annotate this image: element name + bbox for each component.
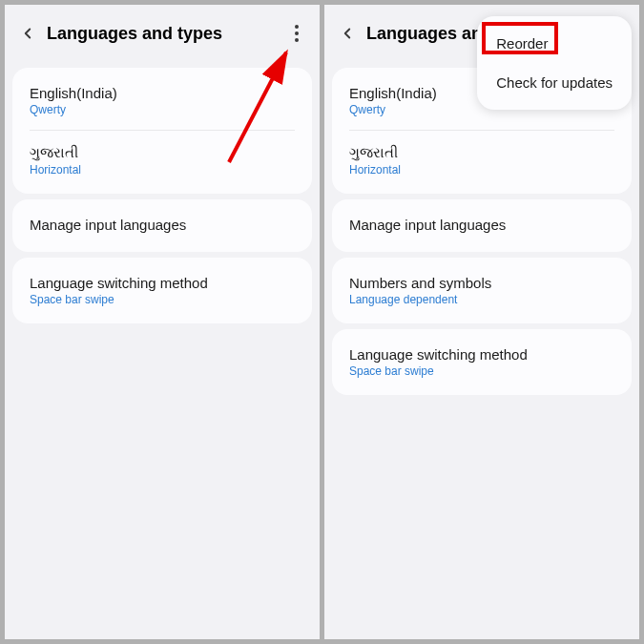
languages-card: English(India) Qwerty ગુજરાતી Horizontal [12,68,312,194]
numbers-symbols-card: Numbers and symbols Language dependent [332,258,632,323]
language-layout: Horizontal [349,163,614,177]
switching-method-title: Language switching method [349,346,614,363]
switching-method-item[interactable]: Language switching method Space bar swip… [12,261,312,320]
language-name: ગુજરાતી [30,144,295,161]
language-name: ગુજરાતી [349,144,614,161]
language-name: English(India) [30,85,295,101]
header: Languages and types [5,5,320,62]
manage-languages-label: Manage input languages [349,217,614,233]
language-item-english[interactable]: English(India) Qwerty [12,72,312,130]
language-layout: Qwerty [30,103,295,116]
reorder-option[interactable]: Reorder [477,24,632,63]
language-layout: Horizontal [30,163,295,177]
numbers-symbols-title: Numbers and symbols [349,275,614,291]
back-icon[interactable] [338,24,357,43]
manage-languages-card: Manage input languages [12,199,312,252]
switching-method-card: Language switching method Space bar swip… [332,329,632,395]
switching-method-card: Language switching method Space bar swip… [12,258,312,323]
screen-right: Languages and types English(India) Qwert… [324,5,639,639]
numbers-symbols-item[interactable]: Numbers and symbols Language dependent [332,261,632,320]
manage-languages-item[interactable]: Manage input languages [332,203,632,248]
switching-method-item[interactable]: Language switching method Space bar swip… [332,333,632,391]
screen-left: Languages and types English(India) Qwert… [5,5,320,639]
manage-languages-card: Manage input languages [332,199,632,252]
manage-languages-item[interactable]: Manage input languages [12,203,312,248]
back-icon[interactable] [18,24,37,43]
switching-method-title: Language switching method [30,275,295,291]
options-popup: Reorder Check for updates [477,16,632,110]
page-title: Languages and types [47,24,285,44]
switching-method-subtitle: Space bar swipe [349,364,614,378]
language-item-gujarati[interactable]: ગુજરાતી Horizontal [332,131,632,190]
manage-languages-label: Manage input languages [30,217,295,233]
language-item-gujarati[interactable]: ગુજરાતી Horizontal [12,131,312,190]
numbers-symbols-subtitle: Language dependent [349,293,614,306]
more-options-icon[interactable] [285,22,308,45]
switching-method-subtitle: Space bar swipe [30,293,295,306]
check-updates-option[interactable]: Check for updates [477,63,632,102]
